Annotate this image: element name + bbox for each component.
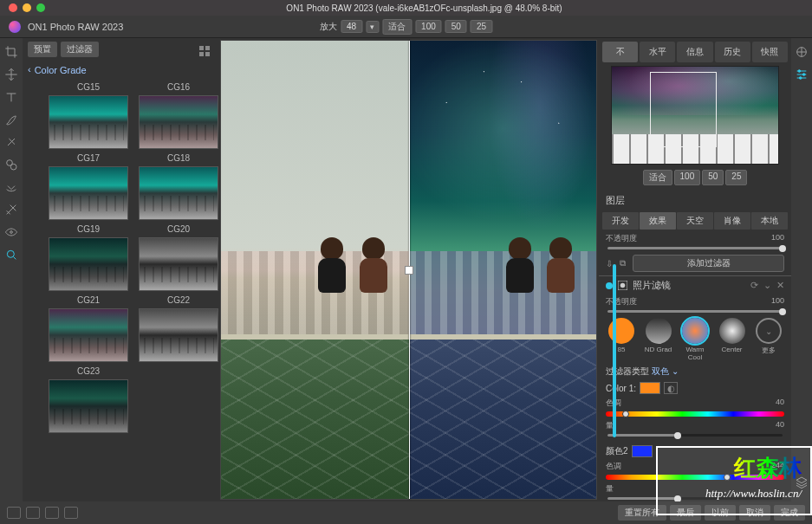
tab-effects[interactable]: 效果: [640, 212, 676, 230]
grid-view-icon[interactable]: [199, 44, 210, 55]
export-icon[interactable]: ⇩: [606, 259, 613, 268]
filter-opacity-slider[interactable]: [607, 310, 783, 313]
tab-none[interactable]: 不: [602, 42, 638, 62]
filter-header[interactable]: 照片滤镜 ⟳⌄✕: [599, 275, 791, 294]
zoom-50[interactable]: 50: [445, 20, 467, 33]
watermark: 红森林 http://www.hoslin.cn/: [656, 446, 812, 515]
ai-mask-icon[interactable]: [4, 248, 18, 262]
nav-25[interactable]: 25: [725, 170, 747, 185]
tab-history[interactable]: 历史: [715, 42, 750, 62]
browse-icon[interactable]: [795, 45, 809, 59]
tab-portrait[interactable]: 肖像: [714, 212, 750, 230]
tab-snapshot[interactable]: 快照: [752, 42, 788, 62]
svg-rect-7: [199, 52, 204, 56]
nav-fit[interactable]: 适合: [643, 170, 672, 185]
preset-thumb[interactable]: [139, 95, 218, 149]
tab-local[interactable]: 本地: [751, 212, 788, 230]
compare-handle[interactable]: [405, 266, 413, 275]
style-warmcool[interactable]: Warm Cool: [679, 318, 711, 361]
type-value[interactable]: 双色: [652, 366, 669, 376]
zoom-100[interactable]: 100: [415, 20, 442, 33]
color2-swatch[interactable]: [632, 445, 653, 457]
text-icon[interactable]: [4, 90, 18, 104]
zoom-controls: 放大 48 ▾ 适合 100 50 25: [320, 19, 492, 35]
minimize-window[interactable]: [23, 3, 31, 12]
filter-scrollbar[interactable]: [613, 264, 616, 437]
tab-sky[interactable]: 天空: [677, 212, 713, 230]
mask-brush-icon[interactable]: [4, 180, 18, 194]
brush-icon[interactable]: [4, 113, 18, 126]
tab-info[interactable]: 信息: [677, 42, 712, 62]
zoom-25[interactable]: 25: [471, 20, 492, 33]
delete-icon[interactable]: ✕: [776, 280, 784, 291]
amount1-value: 40: [776, 420, 784, 431]
gradient-icon[interactable]: [4, 203, 18, 217]
heal-icon[interactable]: [4, 135, 18, 149]
svg-point-2: [10, 231, 13, 234]
tab-filters[interactable]: 过滤器: [61, 42, 99, 57]
preset-thumb[interactable]: [49, 237, 128, 291]
style-center[interactable]: Center: [717, 318, 748, 361]
chevron-down-icon[interactable]: ⌄: [672, 366, 679, 376]
svg-point-12: [798, 70, 801, 73]
layout-1-icon[interactable]: [7, 507, 21, 519]
navigator-preview[interactable]: [611, 66, 779, 165]
svg-point-1: [10, 164, 16, 170]
reset-icon[interactable]: ⟳: [750, 280, 758, 291]
hue2-label: 色调: [606, 461, 621, 472]
canvas[interactable]: [220, 40, 597, 500]
amount1-slider[interactable]: [607, 434, 783, 437]
zoom-dropdown[interactable]: ▾: [366, 21, 379, 33]
layers-label: 图层: [599, 191, 791, 210]
viewer: 预习: [218, 38, 599, 524]
sliders-icon[interactable]: [795, 68, 809, 81]
clone-icon[interactable]: [4, 158, 18, 171]
crop-icon[interactable]: [4, 45, 18, 59]
preset-panel: 预置 过滤器 ‹ Color Grade CG15CG16 CG17CG18 C…: [23, 38, 218, 524]
zoom-label: 放大: [320, 21, 337, 33]
preset-thumb[interactable]: [139, 237, 218, 291]
nav-100[interactable]: 100: [674, 170, 701, 185]
document-tab[interactable]: ON1 Photo RAW 2023: [28, 22, 123, 32]
close-window[interactable]: [9, 3, 17, 12]
tab-presets[interactable]: 预置: [28, 42, 57, 57]
filter-enabled-dot[interactable]: [606, 282, 613, 289]
svg-point-10: [620, 283, 626, 288]
preset-thumb[interactable]: [49, 379, 128, 433]
nav-50[interactable]: 50: [702, 170, 724, 185]
style-ndgrad[interactable]: ND Grad: [643, 318, 674, 361]
preset-breadcrumb[interactable]: ‹ Color Grade: [23, 61, 218, 80]
opacity-slider[interactable]: [607, 247, 783, 249]
style-more[interactable]: ⌄更多: [753, 318, 784, 361]
tab-level[interactable]: 水平: [640, 42, 675, 62]
watermark-title: 红森林: [666, 453, 802, 483]
navigator-viewport[interactable]: [650, 72, 717, 147]
preset-thumb[interactable]: [139, 166, 218, 220]
preset-thumb[interactable]: [49, 95, 128, 149]
preset-grid[interactable]: CG15CG16 CG17CG18 CG19CG20 CG21CG22 CG23: [23, 80, 218, 501]
zoom-fit[interactable]: 适合: [382, 19, 412, 35]
color1-swatch[interactable]: [640, 382, 660, 394]
zoom-value[interactable]: 48: [341, 20, 362, 33]
eye-icon[interactable]: [4, 225, 18, 239]
preset-thumb[interactable]: [49, 166, 128, 220]
preset-thumb[interactable]: [49, 308, 128, 362]
style-85[interactable]: 85: [606, 318, 637, 361]
window-title: ON1 Photo RAW 2023 (vale-i6keAB1zOFc-uns…: [45, 3, 803, 13]
layout-2-icon[interactable]: [26, 507, 40, 519]
preset-section: Color Grade: [35, 65, 87, 75]
zoom-window[interactable]: [36, 3, 45, 12]
move-icon[interactable]: [4, 68, 18, 81]
mask-icon[interactable]: [618, 281, 627, 290]
svg-point-3: [7, 250, 14, 257]
preset-thumb[interactable]: [139, 308, 218, 362]
copy-icon[interactable]: ⧉: [620, 258, 626, 268]
layout-4-icon[interactable]: [64, 507, 78, 519]
collapse-icon[interactable]: ⌄: [763, 280, 771, 291]
color-picker-icon[interactable]: ◐: [664, 382, 678, 394]
tab-develop[interactable]: 开发: [602, 212, 639, 230]
add-filter-button[interactable]: 添加过滤器: [633, 255, 784, 272]
hue1-slider[interactable]: [606, 411, 784, 417]
layout-3-icon[interactable]: [45, 507, 59, 519]
filter-opacity-value: 100: [771, 296, 784, 307]
